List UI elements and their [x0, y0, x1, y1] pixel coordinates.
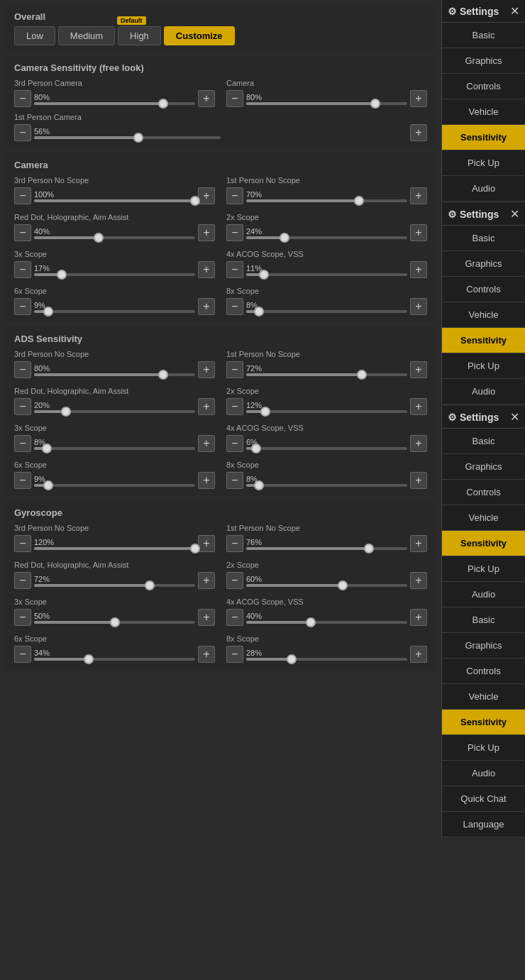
gyro-4x-track[interactable]: [246, 621, 407, 624]
sidebar-1-item-controls[interactable]: Controls: [442, 74, 525, 99]
ads-8x-minus[interactable]: −: [226, 472, 243, 489]
cam-1st-no-scope-track[interactable]: [246, 199, 407, 202]
cam-4x-track[interactable]: [246, 273, 407, 276]
cam-8x-track[interactable]: [246, 310, 407, 313]
sidebar-1-item-audio[interactable]: Audio: [442, 176, 525, 202]
gyro-red-dot-plus[interactable]: +: [198, 572, 215, 589]
preset-high[interactable]: High: [118, 26, 161, 45]
gyro-red-dot-minus[interactable]: −: [14, 572, 31, 589]
cam-red-dot-plus[interactable]: +: [198, 224, 215, 241]
ads-1st-minus[interactable]: −: [226, 361, 243, 378]
sidebar-3-item-graphics2[interactable]: Graphics: [442, 633, 525, 659]
gyro-2x-minus[interactable]: −: [226, 572, 243, 589]
gyro-8x-track[interactable]: [246, 658, 407, 661]
sidebar-3-item-language[interactable]: Language: [442, 812, 525, 837]
ads-1st-plus[interactable]: +: [410, 361, 427, 378]
ads-8x-track[interactable]: [246, 484, 407, 487]
sidebar-3-item-sensitivity2[interactable]: Sensitivity: [442, 710, 525, 735]
gyro-1st-plus[interactable]: +: [410, 535, 427, 552]
gyro-red-dot-track[interactable]: [34, 584, 195, 587]
slider-3rd-person-camera-minus[interactable]: −: [14, 90, 31, 107]
cam-3x-minus[interactable]: −: [14, 261, 31, 278]
ads-2x-plus[interactable]: +: [410, 398, 427, 415]
ads-3rd-plus[interactable]: +: [198, 361, 215, 378]
gyro-6x-minus[interactable]: −: [14, 646, 31, 663]
slider-3rd-person-camera-track-bg[interactable]: [34, 102, 195, 105]
preset-customize[interactable]: Customize: [164, 26, 235, 45]
slider-3rd-person-camera-plus[interactable]: +: [198, 90, 215, 107]
ads-3x-minus[interactable]: −: [14, 435, 31, 452]
ads-3rd-minus[interactable]: −: [14, 361, 31, 378]
sidebar-2-item-audio[interactable]: Audio: [442, 379, 525, 404]
ads-4x-plus[interactable]: +: [410, 435, 427, 452]
slider-1st-person-camera-minus[interactable]: −: [14, 124, 31, 141]
cam-2x-minus[interactable]: −: [226, 224, 243, 241]
sidebar-3-item-controls2[interactable]: Controls: [442, 659, 525, 684]
sidebar-3-item-audio2[interactable]: Audio: [442, 761, 525, 786]
ads-2x-track[interactable]: [246, 410, 407, 413]
gyro-1st-minus[interactable]: −: [226, 535, 243, 552]
sidebar-3-item-quickchat[interactable]: Quick Chat: [442, 786, 525, 812]
cam-8x-plus[interactable]: +: [410, 298, 427, 315]
cam-6x-minus[interactable]: −: [14, 298, 31, 315]
sidebar-2-close[interactable]: ✕: [510, 207, 519, 221]
gyro-3rd-track[interactable]: [34, 547, 195, 550]
cam-6x-track[interactable]: [34, 310, 195, 313]
ads-3x-plus[interactable]: +: [198, 435, 215, 452]
sidebar-1-item-vehicle[interactable]: Vehicle: [442, 99, 525, 125]
cam-red-dot-track[interactable]: [34, 236, 195, 239]
sidebar-3-item-sensitivity[interactable]: Sensitivity: [442, 531, 525, 556]
gyro-1st-track[interactable]: [246, 547, 407, 550]
sidebar-3-close[interactable]: ✕: [510, 410, 519, 424]
cam-3x-plus[interactable]: +: [198, 261, 215, 278]
slider-1st-person-camera-plus[interactable]: +: [410, 124, 427, 141]
cam-4x-minus[interactable]: −: [226, 261, 243, 278]
ads-6x-minus[interactable]: −: [14, 472, 31, 489]
cam-4x-plus[interactable]: +: [410, 261, 427, 278]
ads-1st-track[interactable]: [246, 373, 407, 376]
slider-camera-minus[interactable]: −: [226, 90, 243, 107]
cam-2x-track[interactable]: [246, 236, 407, 239]
ads-red-dot-track[interactable]: [34, 410, 195, 413]
sidebar-3-item-basic[interactable]: Basic: [442, 429, 525, 454]
sidebar-2-item-basic[interactable]: Basic: [442, 226, 525, 251]
gyro-3x-plus[interactable]: +: [198, 609, 215, 626]
sidebar-3-item-vehicle2[interactable]: Vehicle: [442, 684, 525, 710]
ads-2x-minus[interactable]: −: [226, 398, 243, 415]
gyro-6x-track[interactable]: [34, 658, 195, 661]
gyro-2x-plus[interactable]: +: [410, 572, 427, 589]
gyro-4x-minus[interactable]: −: [226, 609, 243, 626]
sidebar-1-item-basic[interactable]: Basic: [442, 23, 525, 48]
sidebar-3-item-audio[interactable]: Audio: [442, 582, 525, 607]
cam-3rd-no-scope-minus[interactable]: −: [14, 187, 31, 204]
sidebar-2-item-vehicle[interactable]: Vehicle: [442, 302, 525, 328]
cam-6x-plus[interactable]: +: [198, 298, 215, 315]
cam-2x-plus[interactable]: +: [410, 224, 427, 241]
sidebar-2-item-pickup[interactable]: Pick Up: [442, 353, 525, 379]
gyro-8x-minus[interactable]: −: [226, 646, 243, 663]
ads-3rd-track[interactable]: [34, 373, 195, 376]
gyro-6x-plus[interactable]: +: [198, 646, 215, 663]
sidebar-1-item-sensitivity[interactable]: Sensitivity: [442, 125, 525, 150]
sidebar-3-item-graphics[interactable]: Graphics: [442, 454, 525, 480]
ads-6x-track[interactable]: [34, 484, 195, 487]
gyro-4x-plus[interactable]: +: [410, 609, 427, 626]
sidebar-3-item-pickup[interactable]: Pick Up: [442, 556, 525, 582]
sidebar-3-item-basic2[interactable]: Basic: [442, 607, 525, 633]
gyro-2x-track[interactable]: [246, 584, 407, 587]
gyro-8x-plus[interactable]: +: [410, 646, 427, 663]
ads-red-dot-plus[interactable]: +: [198, 398, 215, 415]
cam-3rd-no-scope-track[interactable]: [34, 199, 195, 202]
sidebar-3-item-controls[interactable]: Controls: [442, 480, 525, 505]
sidebar-1-close[interactable]: ✕: [510, 4, 519, 18]
cam-3rd-no-scope-plus[interactable]: +: [198, 187, 215, 204]
sidebar-2-item-sensitivity[interactable]: Sensitivity: [442, 328, 525, 353]
sidebar-1-item-pickup[interactable]: Pick Up: [442, 150, 525, 176]
ads-6x-plus[interactable]: +: [198, 472, 215, 489]
slider-camera-track-bg[interactable]: [246, 102, 407, 105]
gyro-3rd-plus[interactable]: +: [198, 535, 215, 552]
ads-red-dot-minus[interactable]: −: [14, 398, 31, 415]
cam-1st-no-scope-minus[interactable]: −: [226, 187, 243, 204]
ads-3x-track[interactable]: [34, 447, 195, 450]
ads-4x-minus[interactable]: −: [226, 435, 243, 452]
